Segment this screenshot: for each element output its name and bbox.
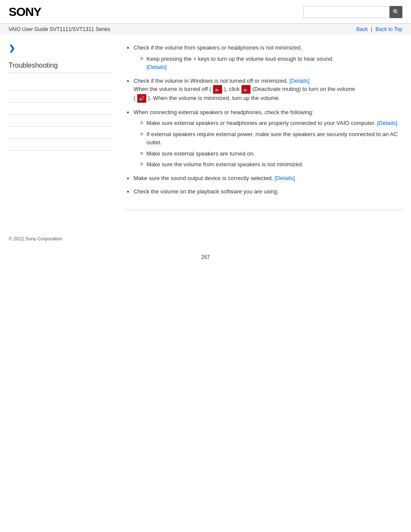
speaker-muted-icon-2: 🔈 [241, 85, 251, 94]
sidebar-nav-item-2[interactable] [9, 90, 112, 103]
bullet4-text: Make sure the sound output device is cor… [134, 175, 273, 181]
list-item-3: When connecting external speakers or hea… [134, 108, 402, 169]
sub-list-3: Make sure external speakers or headphone… [134, 119, 402, 169]
bullet2-desc2: ), click [224, 86, 240, 92]
search-area: 🔍 [303, 6, 402, 18]
bullet5-text: Check the volume on the playback softwar… [134, 188, 279, 195]
main-list: Check if the volume from speakers or hea… [125, 44, 402, 196]
bullet2-desc4: ( 🔊 ). When the volume is minimized, tur… [134, 95, 280, 101]
guide-title: VAIO User Guide SVT1111/SVT1311 Series [9, 26, 110, 32]
bullet1-sub1-details-link[interactable]: [Details] [146, 64, 167, 70]
sub-list-1: Keep pressing the + keys to turn up the … [134, 55, 402, 72]
sidebar-nav-item-1[interactable] [9, 78, 112, 90]
nav-separator: | [371, 26, 372, 32]
bullet3-sub2-text: If external speakers require external po… [146, 131, 398, 146]
search-icon: 🔍 [392, 9, 400, 16]
search-input[interactable] [303, 6, 389, 18]
bullet1-text: Check if the volume from speakers or hea… [134, 44, 302, 51]
back-link[interactable]: Back [356, 26, 368, 32]
bullet3-sub3-text: Make sure external speakers are turned o… [146, 150, 255, 157]
footer: © 2012 Sony Corporation [0, 227, 411, 246]
bullet3-sub4-text: Make sure the volume from external speak… [146, 161, 303, 168]
bullet2-desc1: When the volume is turned off ( [134, 86, 211, 92]
sub-list-item-3-2: If external speakers require external po… [140, 130, 402, 147]
bullet1-sub1-text: Keep pressing the + keys to turn up the … [146, 56, 333, 62]
list-item-5: Check the volume on the playback softwar… [134, 187, 402, 196]
sidebar-nav-item-5[interactable] [9, 127, 112, 139]
copyright-text: © 2012 Sony Corporation [9, 236, 62, 241]
speaker-on-icon: 🔊 [137, 94, 146, 103]
bullet2-details-link[interactable]: [Details] [290, 78, 310, 84]
bullet3-text: When connecting external speakers or hea… [134, 109, 314, 115]
sidebar-section-title: Troubleshooting [9, 62, 112, 73]
bullet3-sub1-details-link[interactable]: [Details] [377, 120, 397, 126]
bullet4-details-link[interactable]: [Details] [274, 175, 295, 181]
header: SONY 🔍 [0, 0, 411, 24]
sidebar-nav-item-6[interactable] [9, 139, 112, 151]
list-item-2: Check if the volume in Windows is not tu… [134, 77, 402, 103]
bullet3-sub1-text: Make sure external speakers or headphone… [146, 120, 376, 126]
back-to-top-link[interactable]: Back to Top [376, 26, 402, 32]
sidebar: ❯ Troubleshooting [9, 44, 112, 219]
sidebar-nav-item-4[interactable] [9, 115, 112, 127]
bullet2-text: Check if the volume in Windows is not tu… [134, 78, 288, 84]
list-item-4: Make sure the sound output device is cor… [134, 174, 402, 183]
bullet2-desc3: (Deactivate muting) to turn on the volum… [252, 86, 355, 92]
sub-list-item-3-4: Make sure the volume from external speak… [140, 160, 402, 169]
search-button[interactable]: 🔍 [389, 6, 402, 18]
main-container: ❯ Troubleshooting Check if the volume fr… [0, 35, 411, 227]
sony-logo: SONY [9, 5, 41, 19]
subheader: VAIO User Guide SVT1111/SVT1311 Series B… [0, 24, 411, 35]
content-section: Check if the volume from speakers or hea… [125, 44, 402, 210]
sidebar-arrow[interactable]: ❯ [9, 44, 112, 53]
sub-list-item-1: Keep pressing the + keys to turn up the … [140, 55, 402, 72]
list-item-1: Check if the volume from speakers or hea… [134, 44, 402, 72]
content-area: Check if the volume from speakers or hea… [121, 44, 402, 219]
nav-links: Back | Back to Top [356, 26, 402, 32]
sidebar-nav-item-3[interactable] [9, 103, 112, 115]
speaker-muted-icon-1: 🔈 [213, 85, 222, 94]
sub-list-item-3-1: Make sure external speakers or headphone… [140, 119, 402, 128]
page-number: 267 [0, 246, 411, 269]
sub-list-item-3-3: Make sure external speakers are turned o… [140, 149, 402, 158]
